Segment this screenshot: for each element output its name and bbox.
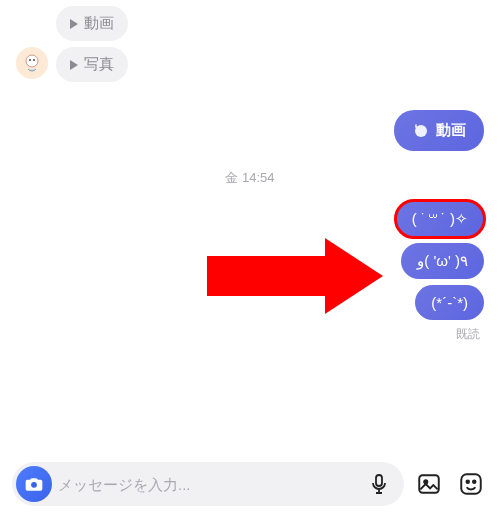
svg-rect-6 [376,475,382,486]
chat-scroll[interactable]: 動画 写真 動画 金 14:54 ( ˙ [0,0,500,452]
message-input[interactable] [58,476,356,493]
composer-bar [0,452,500,516]
message-text: و( 'ω' )٩ [417,252,468,270]
image-icon [416,471,442,497]
outgoing-text-bubble-highlighted[interactable]: ( ˙꒳​˙ )✧ [396,201,484,237]
message-row-outgoing: 動画 [16,110,484,151]
svg-point-3 [33,59,35,61]
message-row-outgoing: و( 'ω' )٩ [16,243,484,279]
message-text: (*´-`*) [431,294,468,311]
gallery-button[interactable] [412,467,446,501]
sticker-button[interactable] [454,467,488,501]
voice-button[interactable] [362,467,396,501]
svg-rect-7 [419,475,439,492]
message-row-incoming: 動画 [16,6,484,41]
svg-point-11 [473,481,476,484]
message-row-outgoing: ( ˙꒳​˙ )✧ [16,201,484,237]
svg-point-1 [26,55,38,67]
play-icon [70,19,78,29]
read-receipt: 既読 [16,326,484,343]
message-text: ( ˙꒳​˙ )✧ [412,210,468,228]
play-icon [70,60,78,70]
outgoing-text-bubble[interactable]: و( 'ω' )٩ [401,243,484,279]
composer-pill [12,462,404,506]
camera-icon [24,474,44,494]
svg-point-10 [466,481,469,484]
incoming-media-label: 写真 [84,55,114,74]
incoming-media-label: 動画 [84,14,114,33]
sparkle-icon [412,122,430,140]
timestamp-divider: 金 14:54 [16,169,484,187]
avatar-image [18,49,46,77]
outgoing-media-label: 動画 [436,121,466,140]
outgoing-text-bubble[interactable]: (*´-`*) [415,285,484,320]
message-row-outgoing: (*´-`*) [16,285,484,320]
incoming-media-bubble-video[interactable]: 動画 [56,6,128,41]
svg-point-5 [31,482,37,488]
avatar[interactable] [16,47,48,79]
svg-point-2 [29,59,31,61]
message-row-incoming: 写真 [16,47,484,82]
camera-button[interactable] [16,466,52,502]
microphone-icon [367,472,391,496]
outgoing-media-bubble-video[interactable]: 動画 [394,110,484,151]
svg-rect-9 [461,474,481,494]
incoming-media-bubble-photo[interactable]: 写真 [56,47,128,82]
sticker-icon [458,471,484,497]
